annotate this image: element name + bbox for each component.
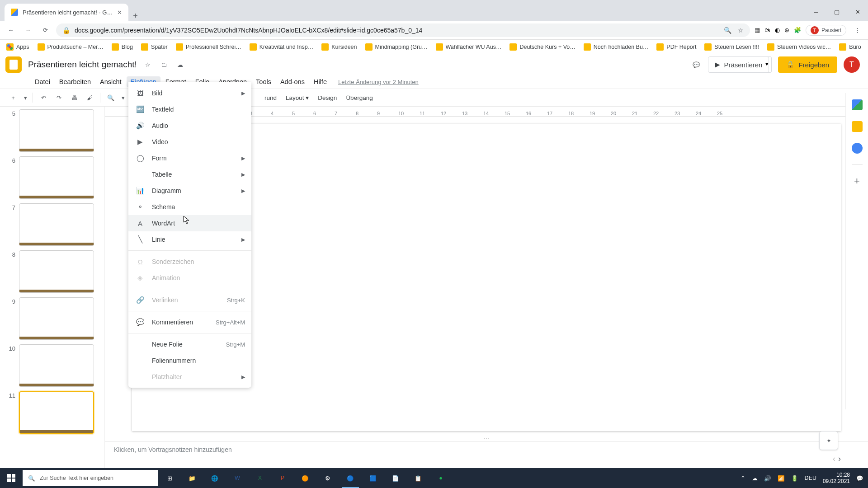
browser-menu-icon[interactable]: ⋮ bbox=[851, 24, 863, 37]
browser-tab[interactable]: Präsentieren leicht gemacht! - G… ✕ bbox=[5, 4, 128, 21]
bookmark-item[interactable]: Büro bbox=[839, 43, 861, 51]
slide-thumbnail[interactable] bbox=[19, 391, 94, 434]
menu-ansicht[interactable]: Ansicht bbox=[96, 76, 126, 87]
bookmark-item[interactable]: Blog bbox=[112, 43, 133, 51]
menu-item-kommentieren[interactable]: 💬KommentierenStrg+Alt+M bbox=[128, 314, 251, 330]
tasks-icon[interactable] bbox=[852, 143, 863, 154]
star-icon[interactable]: ☆ bbox=[738, 27, 744, 34]
bookmark-item[interactable]: Wahlfächer WU Aus… bbox=[436, 43, 502, 51]
window-close-icon[interactable]: ✕ bbox=[847, 3, 868, 21]
slide-thumbnail[interactable] bbox=[19, 109, 94, 152]
menu-datei[interactable]: Datei bbox=[31, 76, 54, 87]
start-button[interactable] bbox=[0, 468, 23, 488]
toolbar-layout[interactable]: Layout ▾ bbox=[282, 94, 312, 101]
menu-item-tabelle[interactable]: Tabelle▶ bbox=[128, 166, 251, 183]
menu-item-form[interactable]: ◯Form▶ bbox=[128, 150, 251, 166]
undo-button[interactable]: ↶ bbox=[37, 91, 50, 104]
bookmark-item[interactable]: Steuern Lesen !!!! bbox=[704, 43, 759, 51]
app-icon[interactable]: 📋 bbox=[407, 468, 429, 488]
edge2-icon[interactable]: 🟦 bbox=[362, 468, 384, 488]
bookmark-item[interactable]: Produktsuche – Mer… bbox=[38, 43, 104, 51]
back-button[interactable]: ← bbox=[5, 24, 17, 37]
menu-item-linie[interactable]: ╲Linie▶ bbox=[128, 231, 251, 248]
new-slide-dropdown[interactable]: ▾ bbox=[22, 91, 29, 104]
keep-icon[interactable] bbox=[852, 121, 863, 132]
bookmark-item[interactable]: Professionell Schrei… bbox=[176, 43, 241, 51]
present-button[interactable]: ▶ Präsentieren bbox=[708, 56, 769, 73]
menu-bearbeiten[interactable]: Bearbeiten bbox=[55, 76, 95, 87]
edge-icon[interactable]: 🌐 bbox=[203, 468, 226, 488]
account-avatar[interactable]: T bbox=[844, 56, 860, 73]
extension-icon[interactable]: 🛍 bbox=[764, 27, 770, 33]
close-icon[interactable]: ✕ bbox=[117, 9, 122, 16]
bookmark-item[interactable]: Kursideen bbox=[321, 43, 357, 51]
menu-hilfe[interactable]: Hilfe bbox=[310, 76, 331, 87]
app-icon[interactable]: 📄 bbox=[384, 468, 407, 488]
new-slide-button[interactable]: + bbox=[6, 91, 20, 104]
app-icon[interactable]: ⚙ bbox=[316, 468, 339, 488]
profile-chip[interactable]: T Pausiert bbox=[806, 25, 846, 36]
slide-thumbnail[interactable] bbox=[19, 344, 94, 387]
tray-chevron-icon[interactable]: ⌃ bbox=[741, 475, 745, 482]
menu-item-audio[interactable]: 🔊Audio bbox=[128, 117, 251, 134]
spotify-icon[interactable]: ● bbox=[429, 468, 452, 488]
document-title[interactable]: Präsentieren leicht gemacht! bbox=[28, 60, 137, 70]
menu-tools[interactable]: Tools bbox=[252, 76, 275, 87]
menu-item-wordart[interactable]: AWordArt bbox=[128, 215, 251, 231]
cloud-icon[interactable]: ☁ bbox=[175, 59, 186, 70]
bookmark-item[interactable]: Noch hochladen Bu… bbox=[584, 43, 649, 51]
menu-item-diagramm[interactable]: 📊Diagramm▶ bbox=[128, 183, 251, 199]
explorer-icon[interactable]: 📁 bbox=[181, 468, 203, 488]
bookmark-item[interactable]: Apps bbox=[6, 43, 29, 51]
extension-icon[interactable]: ◐ bbox=[775, 27, 780, 33]
menu-add-ons[interactable]: Add-ons bbox=[276, 76, 309, 87]
add-addon-icon[interactable]: + bbox=[852, 176, 863, 187]
volume-icon[interactable]: 🔊 bbox=[764, 475, 771, 482]
bookmark-item[interactable]: PDF Report bbox=[656, 43, 696, 51]
extension-icon[interactable]: ⊕ bbox=[784, 27, 789, 33]
bookmark-item[interactable]: Kreativität und Insp… bbox=[250, 43, 314, 51]
language-indicator[interactable]: DEU bbox=[805, 475, 816, 481]
taskbar-clock[interactable]: 10:28 09.02.2021 bbox=[823, 472, 850, 484]
prev-slide-button[interactable]: ‹ bbox=[833, 454, 835, 464]
bookmark-item[interactable]: Mindmapping (Gru… bbox=[365, 43, 428, 51]
powerpoint-icon[interactable]: P bbox=[271, 468, 294, 488]
redo-button[interactable]: ↷ bbox=[52, 91, 66, 104]
chrome-icon[interactable]: 🔵 bbox=[339, 468, 362, 488]
toolbar-transition[interactable]: Übergang bbox=[342, 94, 376, 101]
zoom-button[interactable]: 🔍 bbox=[104, 91, 118, 104]
slides-logo-icon[interactable] bbox=[5, 56, 22, 73]
extension-icon[interactable]: ▦ bbox=[755, 27, 760, 33]
task-view-icon[interactable]: ⊞ bbox=[158, 468, 181, 488]
menu-item-schema[interactable]: ⚬Schema bbox=[128, 199, 251, 215]
bookmark-item[interactable]: Später bbox=[141, 43, 168, 51]
speaker-notes[interactable]: Klicken, um Vortragsnotizen hinzuzufügen bbox=[105, 441, 868, 460]
explore-button[interactable]: ✦ bbox=[819, 431, 838, 450]
notes-resize-handle[interactable]: ⋯ bbox=[105, 436, 868, 441]
star-icon[interactable]: ☆ bbox=[142, 59, 153, 70]
zoom-icon[interactable]: 🔍 bbox=[724, 27, 731, 34]
comments-icon[interactable]: 💬 bbox=[691, 59, 702, 70]
new-tab-button[interactable]: + bbox=[128, 11, 142, 21]
print-button[interactable]: 🖶 bbox=[67, 91, 81, 104]
wifi-icon[interactable]: 📶 bbox=[778, 475, 785, 482]
move-icon[interactable]: 🗀 bbox=[159, 59, 170, 70]
toolbar-theme[interactable]: Design bbox=[314, 94, 340, 101]
taskbar-search[interactable]: 🔍 Zur Suche Text hier eingeben bbox=[23, 470, 158, 486]
reload-button[interactable]: ⟳ bbox=[39, 24, 52, 37]
slide-thumbnail[interactable] bbox=[19, 156, 94, 199]
battery-icon[interactable]: 🔋 bbox=[791, 475, 798, 482]
maximize-icon[interactable]: ▢ bbox=[826, 3, 847, 21]
last-edit-link[interactable]: Letzte Änderung vor 2 Minuten bbox=[338, 79, 419, 85]
extensions-menu-icon[interactable]: 🧩 bbox=[794, 27, 801, 33]
slide-thumbnail[interactable] bbox=[19, 297, 94, 340]
notifications-icon[interactable]: 💬 bbox=[856, 475, 863, 482]
next-slide-button[interactable]: › bbox=[838, 454, 841, 464]
onedrive-icon[interactable]: ☁ bbox=[752, 475, 758, 482]
menu-item-video[interactable]: ▶Video bbox=[128, 134, 251, 150]
excel-icon[interactable]: X bbox=[249, 468, 271, 488]
word-icon[interactable]: W bbox=[226, 468, 249, 488]
slide-thumbnail[interactable] bbox=[19, 203, 94, 246]
bookmark-item[interactable]: Deutsche Kurs + Vo… bbox=[509, 43, 575, 51]
bookmark-item[interactable]: Steuern Videos wic… bbox=[767, 43, 831, 51]
